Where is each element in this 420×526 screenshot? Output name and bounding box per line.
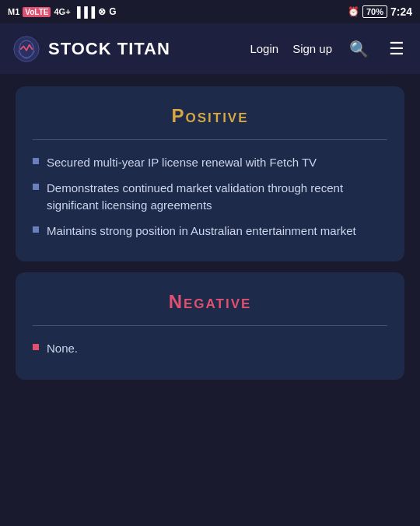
- wifi-icon: ⊗: [98, 6, 106, 17]
- positive-card-title: Positive: [33, 105, 387, 127]
- brand-name: STOCK TITAN: [48, 39, 170, 59]
- signal-icon: ▐▐▐: [74, 6, 96, 18]
- status-left: M1 VoLTE 4G+ ▐▐▐ ⊗ G: [8, 6, 117, 18]
- negative-bullet-list: None.: [33, 340, 387, 358]
- positive-item-text-1: Secured multi-year IP license renewal wi…: [47, 154, 317, 172]
- positive-bullet-list: Secured multi-year IP license renewal wi…: [33, 154, 387, 240]
- list-item: Demonstrates continued market validation…: [33, 180, 387, 215]
- positive-divider: [33, 139, 387, 140]
- network-text: VoLTE: [23, 7, 51, 17]
- clock-time: 7:24: [390, 5, 412, 18]
- list-item: None.: [33, 340, 387, 358]
- carrier-text: M1: [8, 7, 19, 16]
- login-link[interactable]: Login: [250, 42, 278, 55]
- network-type: 4G+: [54, 7, 70, 16]
- status-bar: M1 VoLTE 4G+ ▐▐▐ ⊗ G ⏰ 70% 7:24: [0, 0, 420, 23]
- bullet-icon: [33, 158, 39, 164]
- battery-level: 70: [366, 7, 376, 16]
- bullet-icon: [33, 184, 39, 190]
- negative-card: Negative None.: [16, 272, 404, 380]
- list-item: Maintains strong position in Australian …: [33, 223, 387, 240]
- navbar: STOCK TITAN Login Sign up 🔍 ☰: [0, 23, 420, 74]
- logo-container: STOCK TITAN: [12, 35, 242, 63]
- status-right: ⏰ 70% 7:24: [348, 5, 412, 18]
- nav-links: Login Sign up 🔍 ☰: [250, 36, 408, 62]
- alarm-icon: ⏰: [348, 6, 359, 17]
- bullet-icon: [33, 344, 39, 350]
- main-content: Positive Secured multi-year IP license r…: [0, 74, 420, 392]
- negative-divider: [33, 325, 387, 326]
- logo-icon: [12, 35, 40, 63]
- battery-indicator: 70%: [362, 5, 387, 18]
- list-item: Secured multi-year IP license renewal wi…: [33, 154, 387, 172]
- signup-link[interactable]: Sign up: [292, 42, 332, 55]
- bullet-icon: [33, 226, 39, 233]
- positive-item-text-3: Maintains strong position in Australian …: [47, 223, 356, 240]
- menu-icon[interactable]: ☰: [386, 36, 408, 62]
- search-icon[interactable]: 🔍: [346, 37, 372, 61]
- negative-card-title: Negative: [33, 291, 387, 313]
- negative-item-text-1: None.: [47, 340, 78, 358]
- extra-icon: G: [109, 6, 116, 17]
- positive-card: Positive Secured multi-year IP license r…: [16, 86, 404, 261]
- positive-item-text-2: Demonstrates continued market validation…: [47, 180, 387, 215]
